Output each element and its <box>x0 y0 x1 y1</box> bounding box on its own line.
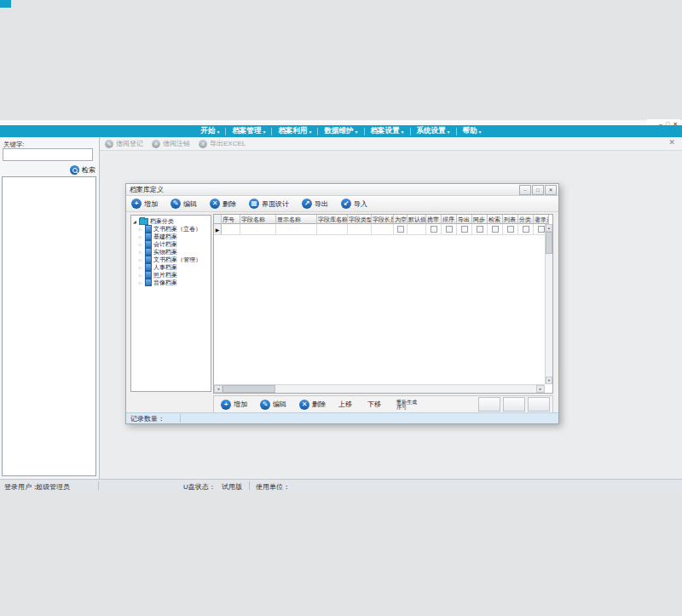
table-cell[interactable] <box>394 224 407 235</box>
tree-collapsed-icon[interactable]: ▷ <box>139 234 143 239</box>
bottom-toolbar-button-5[interactable]: 下移 <box>367 400 381 409</box>
bottom-toolbar-button-label: 删除 <box>312 400 326 409</box>
table-cell[interactable] <box>457 224 472 235</box>
tree-collapsed-icon[interactable]: ▷ <box>139 250 143 255</box>
tree-item-8[interactable]: ▷音像档案 <box>131 279 211 286</box>
dialog-toolbar-button-5[interactable]: ↗导出 <box>302 199 328 209</box>
regenerate-seq-button[interactable]: 重新生成序号 <box>396 400 417 410</box>
vertical-scrollbar[interactable]: ▲ ▼ <box>545 224 552 384</box>
keyword-input[interactable] <box>3 148 93 161</box>
table-cell[interactable] <box>222 224 240 235</box>
column-header-2[interactable]: 字段名称 <box>240 215 276 224</box>
column-header-4[interactable]: 字段库名称 <box>317 215 348 224</box>
dialog-archive-library-definition: 档案库定义 –□✕ +增加✎编辑✕删除▦界面设计↗导出↙导入 ◢档案分类▷文书档… <box>125 183 559 424</box>
column-header-15[interactable]: 分类 <box>518 215 534 224</box>
row-selector-cell[interactable]: ▶ <box>214 224 222 235</box>
scroll-left-icon[interactable]: ◄ <box>214 385 223 393</box>
checkbox-unchecked[interactable] <box>523 226 529 233</box>
vertical-scroll-thumb[interactable] <box>546 232 552 254</box>
dialog-toolbar-button-3[interactable]: ✕删除 <box>210 199 236 209</box>
scroll-up-icon[interactable]: ▲ <box>546 224 552 232</box>
column-header-13[interactable]: 检索 <box>488 215 503 224</box>
column-header-5[interactable]: 字段类型 <box>348 215 372 224</box>
menu-item-label: 开始 <box>200 126 215 136</box>
menu-item-7[interactable]: 帮助▾ <box>457 126 488 136</box>
table-header-row: 序号字段名称显示名称字段库名称字段类型字段长度为空默认值携带排序导出同步检索列表… <box>214 215 552 224</box>
checkbox-unchecked[interactable] <box>477 226 483 233</box>
table-cell[interactable] <box>426 224 442 235</box>
dialog-toolbar-button-6[interactable]: ↙导入 <box>341 199 367 209</box>
table-cell[interactable] <box>442 224 457 235</box>
table-cell[interactable] <box>472 224 488 235</box>
table-row[interactable]: ▶ <box>214 224 552 235</box>
tree-expanded-icon[interactable]: ◢ <box>133 219 137 224</box>
column-header-16[interactable]: 著录选 <box>534 215 549 224</box>
dialog-maximize-button[interactable]: □ <box>532 185 544 195</box>
column-header-6[interactable]: 字段长度 <box>372 215 394 224</box>
checkbox-unchecked[interactable] <box>397 226 404 233</box>
tab-close-icon[interactable]: ✕ <box>668 139 675 147</box>
tab-toolbar-button-3[interactable]: X导出EXCEL <box>199 139 246 148</box>
column-header-8[interactable]: 默认值 <box>407 215 426 224</box>
tab-toolbar-button-label: 导出EXCEL <box>210 139 246 148</box>
column-header-11[interactable]: 导出 <box>457 215 472 224</box>
column-header-3[interactable]: 显示名称 <box>276 215 317 224</box>
tree-collapsed-icon[interactable]: ▷ <box>139 265 143 270</box>
usb-status-label: U盘状态： <box>183 482 216 492</box>
tree-collapsed-icon[interactable]: ▷ <box>139 257 143 262</box>
tab-toolbar-button-2[interactable]: ✕借阅注销 <box>152 139 190 148</box>
table-cell[interactable] <box>407 224 426 235</box>
column-header-10[interactable]: 排序 <box>442 215 457 224</box>
checkbox-unchecked[interactable] <box>507 226 514 233</box>
chevron-down-icon: ▾ <box>217 129 219 135</box>
bottom-toolbar-button-1[interactable]: +增加 <box>221 400 247 410</box>
tree-collapsed-icon[interactable]: ▷ <box>139 280 143 285</box>
scroll-right-icon[interactable]: ► <box>536 385 545 393</box>
tree-collapsed-icon[interactable]: ▷ <box>139 273 143 278</box>
dialog-toolbar-button-1[interactable]: +增加 <box>131 199 158 209</box>
column-header-7[interactable]: 为空 <box>394 215 407 224</box>
menu-item-2[interactable]: 档案管理▾ <box>226 126 271 136</box>
table-cell[interactable] <box>518 224 534 235</box>
bottom-toolbar-button-3[interactable]: ✕删除 <box>299 400 326 410</box>
bottom-toolbar-button-2[interactable]: ✎编辑 <box>260 400 286 410</box>
dialog-close-button[interactable]: ✕ <box>545 185 557 195</box>
add-icon: + <box>221 400 231 410</box>
bottom-toolbar-button-4[interactable]: 上移 <box>338 400 352 409</box>
column-header-1[interactable]: 序号 <box>222 215 240 224</box>
menu-item-6[interactable]: 系统设置▾ <box>411 126 456 136</box>
checkbox-unchecked[interactable] <box>446 226 453 233</box>
tree-collapsed-icon[interactable]: ▷ <box>139 242 143 247</box>
search-button[interactable]: 检索 <box>70 164 95 176</box>
dialog-toolbar-button-4[interactable]: ▦界面设计 <box>249 199 289 209</box>
horizontal-scrollbar[interactable]: ◄ ► <box>214 384 545 393</box>
menu-item-4[interactable]: 数据维护▾ <box>318 126 363 136</box>
column-header-9[interactable]: 携带 <box>426 215 442 224</box>
menu-item-5[interactable]: 档案设置▾ <box>365 126 410 136</box>
column-header-12[interactable]: 同步 <box>472 215 488 224</box>
archive-doc-icon <box>145 225 152 233</box>
scroll-down-icon[interactable]: ▼ <box>546 377 552 384</box>
table-cell[interactable] <box>488 224 503 235</box>
bottom-toolbar-button-label: 编辑 <box>273 400 286 409</box>
menu-item-3[interactable]: 档案利用▾ <box>272 126 317 136</box>
tree-collapsed-icon[interactable]: ▷ <box>139 227 143 232</box>
search-result-list[interactable] <box>2 176 96 476</box>
table-cell[interactable] <box>240 224 276 235</box>
dialog-toolbar-button-2[interactable]: ✎编辑 <box>170 199 197 209</box>
horizontal-scroll-thumb[interactable] <box>223 385 275 393</box>
table-cell[interactable] <box>348 224 372 235</box>
checkbox-unchecked[interactable] <box>431 226 437 233</box>
table-cell[interactable] <box>503 224 518 235</box>
dialog-title-bar[interactable]: 档案库定义 –□✕ <box>126 184 558 196</box>
table-cell[interactable] <box>372 224 394 235</box>
column-header-14[interactable]: 列表 <box>503 215 518 224</box>
checkbox-unchecked[interactable] <box>538 226 545 233</box>
table-cell[interactable] <box>276 224 317 235</box>
dialog-minimize-button[interactable]: – <box>519 185 531 195</box>
tab-toolbar-button-1[interactable]: ✎借阅登记 <box>105 139 143 148</box>
menu-item-1[interactable]: 开始▾ <box>194 126 225 136</box>
checkbox-unchecked[interactable] <box>461 226 468 233</box>
table-cell[interactable] <box>317 224 348 235</box>
checkbox-unchecked[interactable] <box>492 226 499 233</box>
